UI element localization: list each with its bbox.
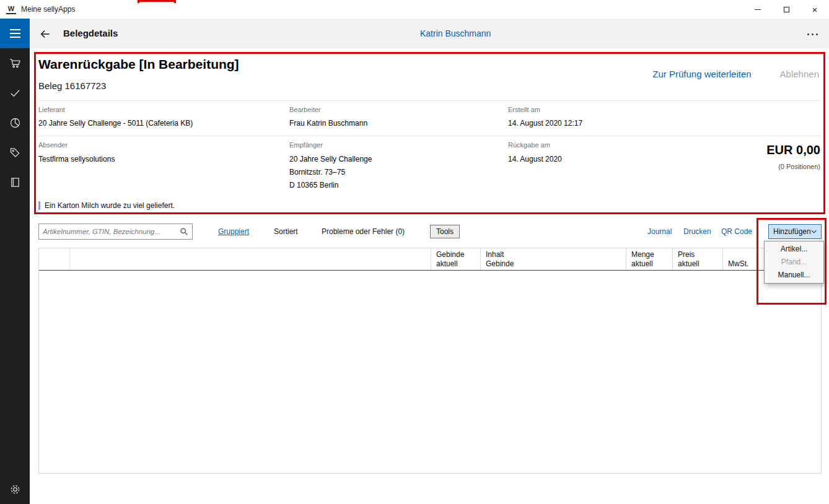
table-header-cell-menge: Menge aktuell (626, 248, 672, 270)
sidebar-item-settings[interactable] (0, 474, 30, 504)
sidebar-item-articles[interactable] (0, 137, 30, 167)
window-title: Meine sellyApps (21, 5, 75, 14)
table-body (39, 271, 821, 473)
app-logo-icon: W (6, 5, 16, 14)
minimize-button[interactable] (743, 0, 772, 19)
table-header-cell-empty (39, 248, 70, 270)
back-button[interactable] (38, 27, 52, 41)
more-button[interactable] (805, 31, 820, 38)
sidebar (0, 19, 30, 504)
close-button[interactable]: × (800, 0, 829, 19)
document-total: EUR 0,00 (766, 143, 820, 157)
field-label-bearbeiter: Bearbeiter (289, 106, 321, 113)
note-accent-bar (38, 201, 40, 210)
maximize-button[interactable] (772, 0, 800, 19)
sidebar-item-tasks[interactable] (0, 78, 30, 108)
close-icon: × (812, 5, 818, 14)
sorted-toggle[interactable]: Sortiert (274, 227, 298, 236)
user-button[interactable]: Katrin Buschmann (420, 28, 491, 38)
app-header: Belegdetails Katrin Buschmann (30, 19, 829, 48)
titlebar: W Meine sellyApps × (0, 0, 829, 19)
field-label-lieferant: Lieferant (38, 106, 65, 113)
problems-filter[interactable]: Probleme oder Fehler (0) (322, 227, 405, 236)
field-value-empfaenger: 20 Jahre Selly Challenge Bornitzstr. 73–… (289, 153, 372, 192)
divider (38, 136, 820, 136)
window-controls: × (743, 0, 829, 19)
document-title: Warenrückgabe [In Bearbeitung] (38, 57, 239, 72)
table-header-cell-gebinde: Gebinde aktuell (431, 248, 480, 270)
maximize-icon (784, 7, 789, 12)
document-note: Ein Karton Milch wurde zu viel geliefert… (38, 201, 175, 210)
search-icon (180, 227, 188, 236)
tools-button[interactable]: Tools (430, 225, 460, 238)
journal-link[interactable]: Journal (647, 227, 672, 236)
add-button[interactable]: Hinzufügen (768, 224, 822, 239)
table-header-cell-mwst: MwSt. (722, 248, 768, 270)
pie-chart-icon (9, 116, 22, 129)
gear-icon (9, 483, 22, 496)
grouped-toggle[interactable]: Gruppiert (218, 227, 249, 236)
field-label-erstellt-am: Erstellt am (508, 106, 540, 113)
field-value-absender: Testfirma sellysolutions (38, 153, 115, 166)
sidebar-item-cart[interactable] (0, 48, 30, 78)
book-icon (9, 176, 22, 189)
tag-icon (9, 146, 22, 159)
table-header-cell-description (70, 248, 431, 270)
hinzufuegen-dropdown-menu: Artikel... Pfand... Manuell... (764, 241, 824, 284)
checkmark-icon (9, 87, 22, 100)
field-value-lieferant: 20 Jahre Selly Challenge - 5011 (Cafeter… (38, 117, 193, 130)
document-actions: Zur Prüfung weiterleiten Ablehnen (652, 69, 819, 79)
table-header-cell-preis: Preis aktuell (672, 248, 722, 270)
menu-item-pfand: Pfand... (765, 256, 823, 269)
more-icon (807, 33, 809, 35)
reject-button: Ablehnen (780, 69, 819, 79)
table-header: Gebinde aktuell Inhalt Gebinde Menge akt… (39, 248, 821, 271)
forward-for-review-button[interactable]: Zur Prüfung weiterleiten (652, 69, 751, 79)
qr-code-link[interactable]: QR Code (721, 227, 752, 236)
menu-item-artikel[interactable]: Artikel... (765, 243, 823, 256)
document-positions-count: (0 Positionen) (778, 163, 820, 170)
back-arrow-icon (39, 28, 51, 40)
chevron-down-icon (811, 230, 817, 233)
field-value-bearbeiter: Frau Katrin Buschmann (289, 117, 367, 130)
search-input[interactable] (39, 224, 180, 239)
cart-icon (9, 57, 22, 70)
document-number: Beleg 16167723 (38, 80, 106, 91)
field-value-rueckgabe-am: 14. August 2020 (508, 153, 562, 166)
sidebar-item-reports[interactable] (0, 108, 30, 137)
search-box (38, 224, 193, 240)
add-button-label: Hinzufügen (773, 227, 811, 236)
field-label-absender: Absender (38, 141, 68, 149)
field-value-erstellt-am: 14. August 2020 12:17 (508, 117, 582, 130)
divider (38, 100, 820, 101)
hamburger-menu-button[interactable] (0, 19, 30, 48)
minimize-icon (755, 9, 761, 10)
sidebar-item-journal[interactable] (0, 167, 30, 197)
field-label-rueckgabe-am: Rückgabe am (508, 141, 550, 149)
page-title: Belegdetails (63, 28, 118, 38)
positions-table: Gebinde aktuell Inhalt Gebinde Menge akt… (38, 248, 822, 474)
menu-item-manuell[interactable]: Manuell... (765, 269, 823, 282)
field-label-empfaenger: Empfänger (289, 141, 323, 149)
print-link[interactable]: Drucken (683, 227, 711, 236)
table-header-cell-inhalt: Inhalt Gebinde (480, 248, 626, 270)
note-text: Ein Karton Milch wurde zu viel geliefert… (45, 201, 175, 210)
